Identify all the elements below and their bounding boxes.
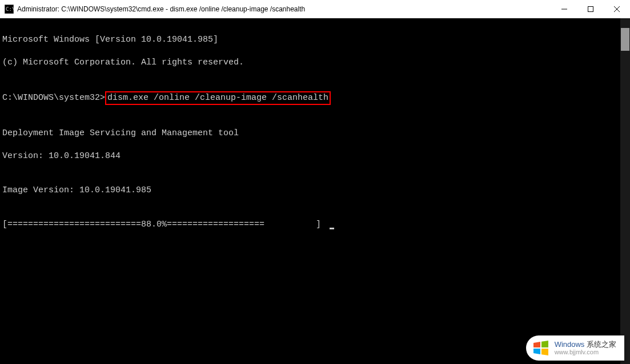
svg-text:C:\: C:\ bbox=[6, 6, 14, 12]
progress-bar: [==========================88.0%========… bbox=[2, 220, 326, 229]
prompt-line: C:\WINDOWS\system32>dism.exe /online /cl… bbox=[2, 91, 628, 105]
watermark-url: www.bjjmlv.com bbox=[555, 349, 616, 355]
svg-marker-8 bbox=[533, 349, 540, 354]
minimize-button[interactable] bbox=[551, 0, 577, 18]
svg-marker-9 bbox=[541, 349, 548, 355]
svg-rect-3 bbox=[588, 7, 593, 12]
output-line: Microsoft Windows [Version 10.0.19041.98… bbox=[2, 34, 628, 46]
window-controls bbox=[551, 0, 630, 18]
prompt: C:\WINDOWS\system32> bbox=[2, 93, 105, 103]
command-highlight: dism.exe /online /cleanup-image /scanhea… bbox=[105, 91, 331, 105]
terminal-area[interactable]: Microsoft Windows [Version 10.0.19041.98… bbox=[0, 18, 630, 364]
windows-logo-icon bbox=[532, 339, 550, 357]
scrollbar[interactable] bbox=[620, 18, 630, 364]
svg-marker-6 bbox=[533, 342, 540, 347]
output-line: Image Version: 10.0.19041.985 bbox=[2, 185, 628, 196]
cmd-icon: C:\ bbox=[5, 5, 14, 14]
output-line: Version: 10.0.19041.844 bbox=[2, 151, 628, 162]
watermark-text: Windows 系统之家 www.bjjmlv.com bbox=[555, 341, 616, 355]
svg-marker-7 bbox=[541, 341, 548, 347]
window-title: Administrator: C:\WINDOWS\system32\cmd.e… bbox=[17, 5, 551, 13]
scrollbar-thumb[interactable] bbox=[621, 28, 629, 51]
watermark-title: Windows 系统之家 bbox=[555, 341, 616, 349]
watermark-badge: Windows 系统之家 www.bjjmlv.com bbox=[526, 335, 624, 361]
close-button[interactable] bbox=[604, 0, 630, 18]
output-line: (c) Microsoft Corporation. All rights re… bbox=[2, 57, 628, 68]
output-line: Deployment Image Servicing and Managemen… bbox=[2, 128, 628, 139]
titlebar: C:\ Administrator: C:\WINDOWS\system32\c… bbox=[0, 0, 630, 18]
cursor bbox=[330, 228, 334, 229]
maximize-button[interactable] bbox=[577, 0, 604, 18]
progress-line: [==========================88.0%========… bbox=[2, 219, 628, 230]
